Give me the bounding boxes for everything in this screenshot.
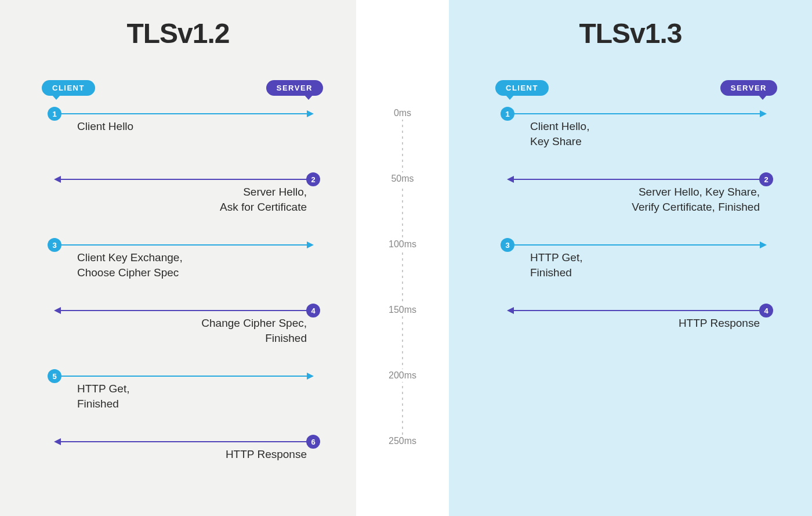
arrow-left-icon: 4 <box>55 310 313 311</box>
arrow-left-icon: 6 <box>55 441 313 442</box>
timeline-tick: 100ms <box>385 238 420 251</box>
handshake-step: 2Server Hello, Key Share, Verify Certifi… <box>508 179 766 180</box>
tls12-diagram: 1Client Hello2Server Hello, Ask for Cert… <box>0 0 356 516</box>
step-label: HTTP Get, Finished <box>77 381 129 411</box>
step-number-badge: 5 <box>48 369 61 383</box>
step-label: HTTP Response <box>226 447 307 462</box>
step-label: HTTP Get, Finished <box>530 250 582 280</box>
timeline-panel: 0ms50ms100ms150ms200ms250ms <box>356 0 449 516</box>
timeline-tick: 250ms <box>385 435 420 448</box>
step-number-badge: 3 <box>501 238 514 252</box>
tls12-panel: TLSv1.2 CLIENT SERVER 1Client Hello2Serv… <box>0 0 356 516</box>
arrow-left-icon: 2 <box>508 179 766 180</box>
timeline-tick: 200ms <box>385 369 420 382</box>
tls13-diagram: 1Client Hello, Key Share2Server Hello, K… <box>449 0 812 516</box>
step-label: Change Cipher Spec, Finished <box>201 316 307 345</box>
step-number-badge: 3 <box>48 238 61 252</box>
handshake-step: 3HTTP Get, Finished <box>508 244 766 246</box>
step-number-badge: 2 <box>306 172 320 186</box>
handshake-step: 3Client Key Exchange, Choose Cipher Spec <box>55 244 313 246</box>
arrow-left-icon: 2 <box>55 179 313 180</box>
step-number-badge: 4 <box>759 304 773 317</box>
arrow-left-icon: 4 <box>508 310 766 311</box>
handshake-step: 4HTTP Response <box>508 310 766 311</box>
arrow-right-icon: 5 <box>55 376 313 377</box>
step-label: Client Hello, Key Share <box>530 119 589 149</box>
handshake-step: 5HTTP Get, Finished <box>55 376 313 377</box>
timeline-axis <box>402 107 403 450</box>
step-number-badge: 1 <box>501 107 514 121</box>
arrow-right-icon: 1 <box>55 113 313 114</box>
step-number-badge: 2 <box>759 172 773 186</box>
step-label: Client Hello <box>77 119 133 134</box>
step-label: Server Hello, Key Share, Verify Certific… <box>632 185 760 214</box>
step-number-badge: 4 <box>306 304 320 317</box>
handshake-step: 1Client Hello, Key Share <box>508 113 766 114</box>
timeline-tick: 0ms <box>390 107 415 120</box>
handshake-step: 4Change Cipher Spec, Finished <box>55 310 313 311</box>
step-number-badge: 1 <box>48 107 61 121</box>
arrow-right-icon: 3 <box>55 244 313 246</box>
handshake-step: 2Server Hello, Ask for Certificate <box>55 179 313 180</box>
arrow-right-icon: 1 <box>508 113 766 114</box>
timeline-tick: 50ms <box>387 172 417 185</box>
arrow-right-icon: 3 <box>508 244 766 246</box>
step-label: Client Key Exchange, Choose Cipher Spec <box>77 250 183 280</box>
timeline-tick: 150ms <box>385 304 420 316</box>
step-label: HTTP Response <box>679 316 760 331</box>
tls13-panel: TLSv1.3 CLIENT SERVER 1Client Hello, Key… <box>449 0 812 516</box>
handshake-step: 1Client Hello <box>55 113 313 114</box>
step-number-badge: 6 <box>306 435 320 449</box>
step-label: Server Hello, Ask for Certificate <box>220 185 307 214</box>
handshake-step: 6HTTP Response <box>55 441 313 442</box>
